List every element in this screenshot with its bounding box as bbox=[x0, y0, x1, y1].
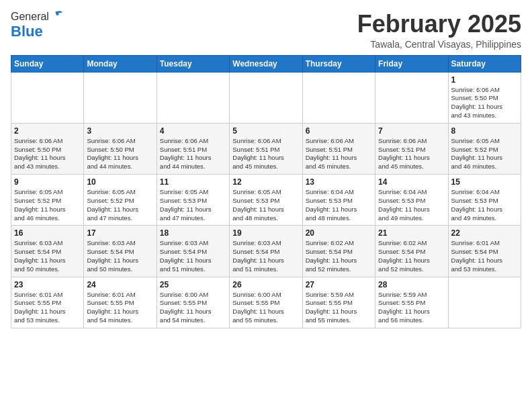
calendar-day-cell: 17Sunrise: 6:03 AM Sunset: 5:54 PM Dayli… bbox=[84, 226, 157, 277]
calendar-day-cell bbox=[448, 277, 521, 328]
day-info: Sunrise: 6:01 AM Sunset: 5:55 PM Dayligh… bbox=[14, 291, 81, 325]
calendar-day-cell: 26Sunrise: 6:00 AM Sunset: 5:55 PM Dayli… bbox=[230, 277, 302, 328]
day-info: Sunrise: 6:06 AM Sunset: 5:51 PM Dayligh… bbox=[306, 137, 372, 171]
calendar-day-cell: 27Sunrise: 5:59 AM Sunset: 5:55 PM Dayli… bbox=[302, 277, 375, 328]
day-info: Sunrise: 6:03 AM Sunset: 5:54 PM Dayligh… bbox=[160, 239, 226, 273]
day-number: 28 bbox=[378, 280, 445, 289]
day-number: 14 bbox=[378, 177, 445, 187]
day-number: 26 bbox=[232, 280, 299, 289]
day-info: Sunrise: 6:06 AM Sunset: 5:50 PM Dayligh… bbox=[451, 86, 518, 120]
day-number: 11 bbox=[160, 177, 226, 187]
day-info: Sunrise: 6:06 AM Sunset: 5:50 PM Dayligh… bbox=[14, 137, 81, 171]
page-header: General Blue February 2025 Tawala, Centr… bbox=[11, 11, 521, 50]
day-info: Sunrise: 6:06 AM Sunset: 5:50 PM Dayligh… bbox=[87, 137, 153, 171]
calendar-day-cell: 8Sunrise: 6:05 AM Sunset: 5:52 PM Daylig… bbox=[448, 123, 521, 174]
day-number: 8 bbox=[451, 126, 518, 136]
day-info: Sunrise: 6:05 AM Sunset: 5:52 PM Dayligh… bbox=[87, 188, 153, 222]
day-number: 19 bbox=[232, 228, 299, 238]
calendar-day-cell: 23Sunrise: 6:01 AM Sunset: 5:55 PM Dayli… bbox=[11, 277, 84, 328]
calendar-day-cell: 21Sunrise: 6:02 AM Sunset: 5:54 PM Dayli… bbox=[375, 226, 448, 277]
calendar-day-cell: 12Sunrise: 6:05 AM Sunset: 5:53 PM Dayli… bbox=[230, 175, 302, 226]
calendar-week-row: 1Sunrise: 6:06 AM Sunset: 5:50 PM Daylig… bbox=[11, 72, 521, 123]
day-number: 18 bbox=[160, 228, 226, 238]
calendar-week-row: 2Sunrise: 6:06 AM Sunset: 5:50 PM Daylig… bbox=[11, 123, 521, 174]
day-number: 5 bbox=[232, 126, 299, 136]
calendar-day-cell: 14Sunrise: 6:04 AM Sunset: 5:53 PM Dayli… bbox=[375, 175, 448, 226]
weekday-header-sunday: Sunday bbox=[11, 55, 84, 72]
day-number: 27 bbox=[306, 280, 372, 289]
day-info: Sunrise: 6:03 AM Sunset: 5:54 PM Dayligh… bbox=[87, 239, 153, 273]
logo: General Blue bbox=[11, 11, 64, 40]
calendar-day-cell: 20Sunrise: 6:02 AM Sunset: 5:54 PM Dayli… bbox=[302, 226, 375, 277]
day-number: 7 bbox=[378, 126, 445, 136]
day-info: Sunrise: 6:05 AM Sunset: 5:52 PM Dayligh… bbox=[14, 188, 81, 222]
calendar-day-cell: 24Sunrise: 6:01 AM Sunset: 5:55 PM Dayli… bbox=[84, 277, 157, 328]
day-number: 25 bbox=[160, 280, 226, 289]
day-info: Sunrise: 6:06 AM Sunset: 5:51 PM Dayligh… bbox=[232, 137, 299, 171]
calendar-day-cell: 10Sunrise: 6:05 AM Sunset: 5:52 PM Dayli… bbox=[84, 175, 157, 226]
day-info: Sunrise: 6:05 AM Sunset: 5:52 PM Dayligh… bbox=[451, 137, 518, 171]
calendar-header-row: SundayMondayTuesdayWednesdayThursdayFrid… bbox=[11, 55, 521, 72]
calendar-day-cell: 13Sunrise: 6:04 AM Sunset: 5:53 PM Dayli… bbox=[302, 175, 375, 226]
day-info: Sunrise: 6:02 AM Sunset: 5:54 PM Dayligh… bbox=[306, 239, 372, 273]
calendar-day-cell: 16Sunrise: 6:03 AM Sunset: 5:54 PM Dayli… bbox=[11, 226, 84, 277]
day-info: Sunrise: 6:00 AM Sunset: 5:55 PM Dayligh… bbox=[232, 291, 299, 325]
day-info: Sunrise: 6:02 AM Sunset: 5:54 PM Dayligh… bbox=[378, 239, 445, 273]
weekday-header-saturday: Saturday bbox=[448, 55, 521, 72]
calendar-day-cell: 3Sunrise: 6:06 AM Sunset: 5:50 PM Daylig… bbox=[84, 123, 157, 174]
calendar-day-cell: 18Sunrise: 6:03 AM Sunset: 5:54 PM Dayli… bbox=[157, 226, 229, 277]
calendar-day-cell: 11Sunrise: 6:05 AM Sunset: 5:53 PM Dayli… bbox=[157, 175, 229, 226]
day-number: 4 bbox=[160, 126, 226, 136]
logo-blue-text: Blue bbox=[11, 23, 43, 40]
day-number: 24 bbox=[87, 280, 153, 289]
day-info: Sunrise: 6:06 AM Sunset: 5:51 PM Dayligh… bbox=[378, 137, 445, 171]
day-number: 13 bbox=[306, 177, 372, 187]
day-info: Sunrise: 6:00 AM Sunset: 5:55 PM Dayligh… bbox=[160, 291, 226, 325]
calendar-day-cell: 22Sunrise: 6:01 AM Sunset: 5:54 PM Dayli… bbox=[448, 226, 521, 277]
calendar-day-cell bbox=[230, 72, 302, 123]
day-info: Sunrise: 6:06 AM Sunset: 5:51 PM Dayligh… bbox=[160, 137, 226, 171]
day-info: Sunrise: 6:05 AM Sunset: 5:53 PM Dayligh… bbox=[232, 188, 299, 222]
weekday-header-friday: Friday bbox=[375, 55, 448, 72]
calendar-week-row: 9Sunrise: 6:05 AM Sunset: 5:52 PM Daylig… bbox=[11, 175, 521, 226]
weekday-header-tuesday: Tuesday bbox=[157, 55, 229, 72]
location: Tawala, Central Visayas, Philippines bbox=[357, 39, 521, 50]
calendar-day-cell bbox=[11, 72, 84, 123]
calendar-day-cell: 25Sunrise: 6:00 AM Sunset: 5:55 PM Dayli… bbox=[157, 277, 229, 328]
calendar-day-cell: 5Sunrise: 6:06 AM Sunset: 5:51 PM Daylig… bbox=[230, 123, 302, 174]
day-info: Sunrise: 6:03 AM Sunset: 5:54 PM Dayligh… bbox=[232, 239, 299, 273]
calendar-day-cell bbox=[157, 72, 229, 123]
calendar-week-row: 16Sunrise: 6:03 AM Sunset: 5:54 PM Dayli… bbox=[11, 226, 521, 277]
calendar-day-cell bbox=[302, 72, 375, 123]
day-number: 17 bbox=[87, 228, 153, 238]
weekday-header-wednesday: Wednesday bbox=[230, 55, 302, 72]
day-number: 2 bbox=[14, 126, 81, 136]
day-number: 23 bbox=[14, 280, 81, 289]
day-info: Sunrise: 6:05 AM Sunset: 5:53 PM Dayligh… bbox=[160, 188, 226, 222]
day-number: 12 bbox=[232, 177, 299, 187]
weekday-header-thursday: Thursday bbox=[302, 55, 375, 72]
day-info: Sunrise: 5:59 AM Sunset: 5:55 PM Dayligh… bbox=[378, 291, 445, 325]
logo-general-text: General bbox=[11, 11, 49, 23]
calendar-day-cell: 6Sunrise: 6:06 AM Sunset: 5:51 PM Daylig… bbox=[302, 123, 375, 174]
day-info: Sunrise: 6:03 AM Sunset: 5:54 PM Dayligh… bbox=[14, 239, 81, 273]
calendar-day-cell bbox=[375, 72, 448, 123]
calendar-table: SundayMondayTuesdayWednesdayThursdayFrid… bbox=[11, 55, 521, 328]
day-info: Sunrise: 6:01 AM Sunset: 5:54 PM Dayligh… bbox=[451, 239, 518, 273]
day-number: 1 bbox=[451, 75, 518, 85]
day-number: 6 bbox=[306, 126, 372, 136]
calendar-day-cell: 28Sunrise: 5:59 AM Sunset: 5:55 PM Dayli… bbox=[375, 277, 448, 328]
calendar-day-cell: 4Sunrise: 6:06 AM Sunset: 5:51 PM Daylig… bbox=[157, 123, 229, 174]
calendar-day-cell: 9Sunrise: 6:05 AM Sunset: 5:52 PM Daylig… bbox=[11, 175, 84, 226]
day-number: 21 bbox=[378, 228, 445, 238]
weekday-header-monday: Monday bbox=[84, 55, 157, 72]
logo-bird-icon bbox=[50, 10, 64, 21]
calendar-day-cell: 7Sunrise: 6:06 AM Sunset: 5:51 PM Daylig… bbox=[375, 123, 448, 174]
day-number: 15 bbox=[451, 177, 518, 187]
day-number: 16 bbox=[14, 228, 81, 238]
day-number: 20 bbox=[306, 228, 372, 238]
day-info: Sunrise: 6:04 AM Sunset: 5:53 PM Dayligh… bbox=[306, 188, 372, 222]
title-block: February 2025 Tawala, Central Visayas, P… bbox=[357, 11, 521, 50]
day-number: 22 bbox=[451, 228, 518, 238]
day-info: Sunrise: 6:01 AM Sunset: 5:55 PM Dayligh… bbox=[87, 291, 153, 325]
